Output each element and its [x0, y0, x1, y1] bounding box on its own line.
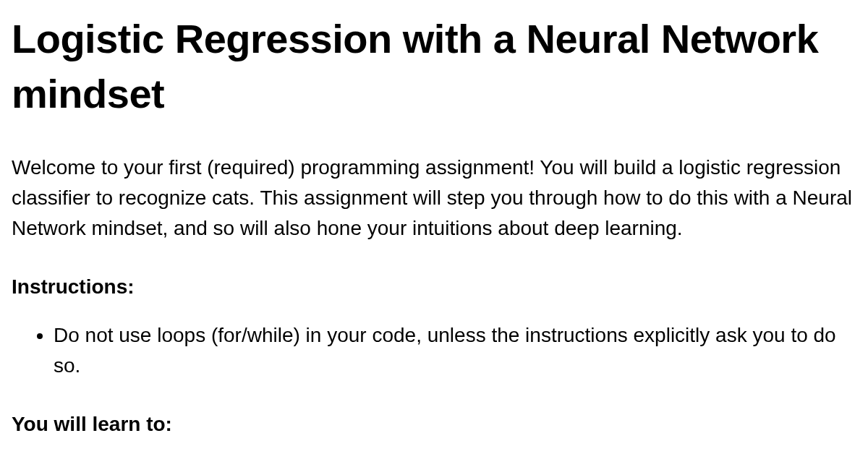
- list-item: Do not use loops (for/while) in your cod…: [54, 320, 856, 381]
- instructions-heading: Instructions:: [12, 275, 856, 299]
- page-title: Logistic Regression with a Neural Networ…: [12, 12, 856, 121]
- intro-paragraph: Welcome to your first (required) program…: [12, 153, 856, 244]
- instructions-list: Do not use loops (for/while) in your cod…: [12, 320, 856, 381]
- learn-heading: You will learn to:: [12, 413, 856, 436]
